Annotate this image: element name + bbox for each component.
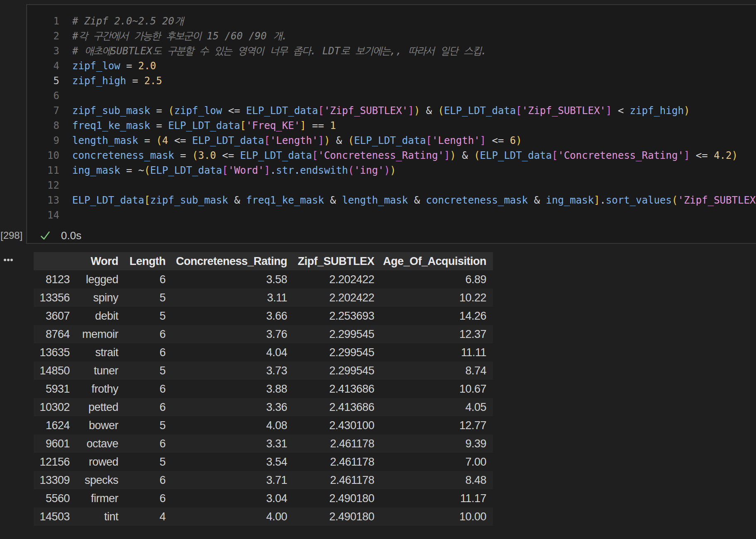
code-line[interactable]: 8freq1_ke_mask = ELP_LDT_data['Freq_KE']… bbox=[27, 118, 756, 133]
cell-zipf_subtlex: 2.299545 bbox=[294, 325, 381, 343]
code-token: zipf_high bbox=[72, 75, 126, 87]
check-icon bbox=[40, 230, 51, 241]
code-token: [ bbox=[240, 120, 246, 131]
code-cell[interactable]: 1# Zipf 2.0~2.5 20개2#각 구간에서 가능한 후보군이 15 … bbox=[26, 4, 756, 244]
code-line[interactable]: 14 bbox=[27, 208, 756, 223]
code-token: 'Zipf_SUBTLEX' bbox=[324, 105, 408, 117]
code-token: ) bbox=[684, 105, 690, 117]
code-token: ] bbox=[444, 150, 450, 161]
output-more-actions-button[interactable] bbox=[4, 259, 13, 261]
table-row: 5560firmer63.042.49018011.17 bbox=[34, 489, 493, 507]
cell-length: 6 bbox=[125, 380, 172, 398]
header-row: WordLengthConcreteness_RatingZipf_SUBTLE… bbox=[34, 252, 493, 270]
table-row: 5931frothy63.882.41368610.67 bbox=[34, 380, 493, 398]
code-token: < bbox=[612, 105, 630, 117]
line-number: 11 bbox=[27, 163, 59, 178]
code-line[interactable]: 12 bbox=[27, 178, 756, 193]
code-token: [ bbox=[516, 105, 522, 117]
code-line[interactable]: 5zipf_high = 2.5 bbox=[27, 73, 756, 88]
cell-zipf_subtlex: 2.461178 bbox=[294, 471, 381, 489]
table-row: 8123legged63.582.2024226.89 bbox=[34, 270, 493, 289]
code-token: ELP_LDT_data bbox=[240, 150, 312, 161]
cell-age_of_acquisition: 11.11 bbox=[381, 343, 493, 362]
code-line[interactable]: 4zipf_low = 2.0 bbox=[27, 58, 756, 73]
cell-index: 5560 bbox=[34, 489, 76, 507]
code-token: concreteness_mask bbox=[72, 150, 174, 161]
code-line[interactable]: 6 bbox=[27, 88, 756, 103]
code-token: 4.2 bbox=[714, 150, 732, 161]
code-token: & bbox=[330, 135, 348, 146]
code-text: ELP_LDT_data[zipf_sub_mask & freq1_ke_ma… bbox=[72, 193, 756, 208]
cell-length: 6 bbox=[125, 471, 172, 489]
cell-zipf_subtlex: 2.413686 bbox=[294, 380, 381, 398]
cell-word: debit bbox=[76, 307, 125, 325]
code-line[interactable]: 3# 애초에SUBTLEX도 구분할 수 있는 영역이 너무 좁다. LDT로 … bbox=[27, 44, 756, 58]
line-number: 8 bbox=[27, 118, 59, 133]
cell-length: 6 bbox=[125, 398, 172, 416]
code-token: & bbox=[228, 194, 246, 206]
cell-index: 13635 bbox=[34, 343, 76, 362]
table-row: 12156rowed53.542.4611787.00 bbox=[34, 453, 493, 471]
code-token: ) bbox=[390, 165, 396, 176]
code-token: ] bbox=[684, 150, 690, 161]
code-text: zipf_sub_mask = (zipf_low <= ELP_LDT_dat… bbox=[72, 103, 690, 118]
code-line[interactable]: 1# Zipf 2.0~2.5 20개 bbox=[27, 14, 756, 29]
line-number: 14 bbox=[27, 208, 59, 223]
code-line[interactable]: 9length_mask = (4 <= ELP_LDT_data['Lengt… bbox=[27, 133, 756, 148]
column-header-length: Length bbox=[125, 252, 172, 270]
cell-word: memoir bbox=[76, 325, 125, 343]
code-token: ] bbox=[264, 165, 270, 176]
code-editor[interactable]: 1# Zipf 2.0~2.5 20개2#각 구간에서 가능한 후보군이 15 … bbox=[27, 14, 756, 223]
cell-concreteness_rating: 4.08 bbox=[172, 416, 294, 435]
code-token: [ bbox=[426, 135, 432, 146]
line-number: 2 bbox=[27, 29, 59, 44]
cell-length: 6 bbox=[125, 325, 172, 343]
code-token: ELP_LDT_data bbox=[150, 165, 222, 176]
cell-index: 3607 bbox=[34, 307, 76, 325]
code-token: ing_mask bbox=[72, 165, 120, 176]
code-token: 4 bbox=[162, 135, 168, 146]
code-token: sort_values bbox=[606, 194, 672, 206]
code-token: 'Concreteness_Rating' bbox=[558, 150, 683, 161]
code-text: zipf_low = 2.0 bbox=[72, 58, 156, 73]
cell-index: 8764 bbox=[34, 325, 76, 343]
cell-age_of_acquisition: 10.00 bbox=[381, 507, 493, 526]
code-token: 'Length' bbox=[270, 135, 318, 146]
line-number: 5 bbox=[27, 73, 59, 88]
code-line[interactable]: 7zipf_sub_mask = (zipf_low <= ELP_LDT_da… bbox=[27, 103, 756, 118]
cell-word: rowed bbox=[76, 453, 125, 471]
code-text: length_mask = (4 <= ELP_LDT_data['Length… bbox=[72, 133, 522, 148]
cell-index: 13356 bbox=[34, 289, 76, 307]
code-token: length_mask bbox=[342, 194, 408, 206]
code-token: ] bbox=[408, 105, 414, 117]
cell-status-bar: 0.0s bbox=[27, 225, 81, 243]
code-token: . bbox=[270, 165, 276, 176]
cell-index: 5931 bbox=[34, 380, 76, 398]
cell-index: 8123 bbox=[34, 270, 76, 289]
cell-concreteness_rating: 3.11 bbox=[172, 289, 294, 307]
code-token: ( bbox=[672, 194, 678, 206]
code-line[interactable]: 2#각 구간에서 가능한 후보군이 15 /60 /90 개. bbox=[27, 29, 756, 44]
cell-index: 12156 bbox=[34, 453, 76, 471]
execution-duration: 0.0s bbox=[61, 229, 81, 242]
code-token: <= bbox=[690, 150, 714, 161]
code-token: 'ing' bbox=[354, 165, 384, 176]
cell-length: 6 bbox=[125, 435, 172, 453]
cell-zipf_subtlex: 2.202422 bbox=[294, 289, 381, 307]
code-line[interactable]: 10concreteness_mask = (3.0 <= ELP_LDT_da… bbox=[27, 148, 756, 163]
code-token: . bbox=[600, 194, 606, 206]
code-token: zipf_low bbox=[72, 60, 120, 72]
table-row: 10302petted63.362.4136864.05 bbox=[34, 398, 493, 416]
cell-length: 5 bbox=[125, 307, 172, 325]
cell-zipf_subtlex: 2.430100 bbox=[294, 416, 381, 435]
code-line[interactable]: 11ing_mask = ~(ELP_LDT_data['Word'].str.… bbox=[27, 163, 756, 178]
code-token: ing_mask bbox=[546, 194, 594, 206]
cell-word: tint bbox=[76, 507, 125, 526]
cell-word: frothy bbox=[76, 380, 125, 398]
cell-concreteness_rating: 3.58 bbox=[172, 270, 294, 289]
code-line[interactable]: 13ELP_LDT_data[zipf_sub_mask & freq1_ke_… bbox=[27, 193, 756, 208]
code-token: ELP_LDT_data bbox=[354, 135, 426, 146]
code-token: length_mask bbox=[72, 135, 138, 146]
code-token: ELP_LDT_data bbox=[246, 105, 318, 117]
code-token: ] bbox=[606, 105, 612, 117]
